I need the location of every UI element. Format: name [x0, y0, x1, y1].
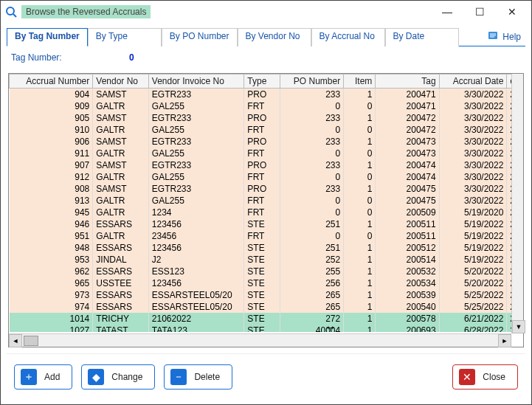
tab-by-vendor-no[interactable]: By Vendor No: [238, 28, 311, 46]
table-row[interactable]: 945GALTR1234FRT002005095/19/20202: [10, 207, 523, 218]
delete-button[interactable]: － Delete: [164, 364, 232, 390]
tab-by-po-number[interactable]: By PO Number: [162, 28, 238, 46]
table-row[interactable]: 913GALTRGAL255FRT002004753/30/20222: [10, 195, 523, 207]
table-row[interactable]: 910GALTRGAL255FRT002004723/30/20222: [10, 124, 523, 136]
tab-by-tag-number[interactable]: By Tag Number: [7, 28, 88, 46]
table-row[interactable]: 953JINDALJ2STE25212005145/19/20222: [10, 254, 523, 266]
tab-by-type[interactable]: By Type: [88, 28, 162, 46]
tab-by-accrual-no[interactable]: By Accrual No: [311, 28, 385, 46]
tab-bar: By Tag Number By Type By PO Number By Ve…: [7, 27, 525, 46]
svg-point-0: [7, 7, 14, 15]
scroll-left-button[interactable]: ◄: [9, 334, 22, 347]
close-button[interactable]: ✕ Close: [452, 364, 518, 390]
table-row[interactable]: 962ESSARSESS123STE25512005325/20/20222: [10, 266, 523, 277]
help-icon: [488, 30, 500, 44]
table-row[interactable]: 973ESSARSESSARSTEEL05/20STE26512005395/2…: [10, 289, 523, 301]
column-header[interactable]: Accrual Number: [10, 75, 93, 89]
column-header[interactable]: Type: [244, 75, 280, 89]
window-title: Browse the Reversed Accruals: [21, 5, 151, 18]
scroll-right-button[interactable]: ►: [498, 334, 511, 347]
accruals-table[interactable]: Accrual NumberVendor NoVendor Invoice No…: [9, 74, 523, 332]
table-row[interactable]: 907SAMSTEGTR233PRO23312004743/30/20222: [10, 159, 523, 171]
change-icon: ◆: [88, 369, 104, 385]
add-button[interactable]: ＋ Add: [14, 364, 72, 390]
table-row[interactable]: 906SAMSTEGTR233PRO23312004733/30/20222: [10, 136, 523, 148]
plus-icon: ＋: [21, 369, 37, 385]
table-row[interactable]: 909GALTRGAL255FRT002004713/30/20222: [10, 100, 523, 112]
column-header[interactable]: Accrual Date: [439, 75, 507, 89]
tag-number-label: Tag Number:: [11, 52, 62, 63]
table-row[interactable]: 948ESSARS123456STE25112005125/19/20222: [10, 242, 523, 254]
column-header[interactable]: Tag: [376, 75, 439, 89]
help-link[interactable]: Help: [483, 27, 525, 46]
table-row[interactable]: 965USSTEE123456STE25612005345/20/20222: [10, 277, 523, 289]
change-button[interactable]: ◆ Change: [81, 364, 155, 390]
app-icon: [4, 4, 18, 19]
minus-icon: －: [170, 369, 187, 385]
button-bar: ＋ Add ◆ Change － Delete ✕ Close: [7, 353, 525, 392]
filter-bar: Tag Number: 0: [7, 46, 525, 70]
close-icon: ✕: [459, 369, 475, 385]
table-row[interactable]: 908SAMSTEGTR233PRO23312004753/30/20222: [10, 183, 523, 195]
minimize-button[interactable]: —: [431, 1, 463, 22]
tab-by-date[interactable]: By Date: [385, 28, 459, 46]
grid: Accrual NumberVendor NoVendor Invoice No…: [8, 73, 524, 347]
table-row[interactable]: 1014TRICHY21062022STE27212005786/21/2022…: [10, 313, 523, 325]
column-header[interactable]: PO Number: [280, 75, 343, 89]
table-row[interactable]: 951GALTR23456FRT002005115/19/20222: [10, 230, 523, 242]
maximize-button[interactable]: ☐: [463, 1, 496, 22]
table-row[interactable]: 946ESSARS123456STE25112005115/19/20222: [10, 218, 523, 230]
tag-number-value[interactable]: 0: [68, 52, 134, 63]
table-row[interactable]: 911GALTRGAL255FRT002004733/30/20222: [10, 148, 523, 159]
titlebar: Browse the Reversed Accruals — ☐ ✕: [1, 1, 531, 23]
table-row[interactable]: 904SAMSTEGTR233PRO23312004713/30/20222: [10, 89, 523, 101]
h-scroll-thumb[interactable]: [24, 336, 38, 346]
column-header[interactable]: Vendor Invoice No: [148, 75, 243, 89]
table-row[interactable]: 912GALTRGAL255FRT002004743/30/20222: [10, 171, 523, 183]
horizontal-scrollbar[interactable]: ◄ ►: [9, 333, 511, 347]
column-header[interactable]: Item: [344, 75, 376, 89]
column-header[interactable]: Vendor No: [93, 75, 149, 89]
vertical-scrollbar[interactable]: ▼: [511, 74, 523, 333]
scroll-down-button[interactable]: ▼: [512, 320, 525, 333]
table-row[interactable]: 905SAMSTEGTR233PRO23312004723/30/20222: [10, 112, 523, 124]
table-row[interactable]: 974ESSARSESSARSTEEL05/20STE26512005405/2…: [10, 301, 523, 313]
svg-line-1: [13, 14, 16, 17]
table-row[interactable]: 1027TATASTTATA123STE4000412006936/28/202…: [10, 325, 523, 332]
close-window-button[interactable]: ✕: [496, 1, 528, 22]
